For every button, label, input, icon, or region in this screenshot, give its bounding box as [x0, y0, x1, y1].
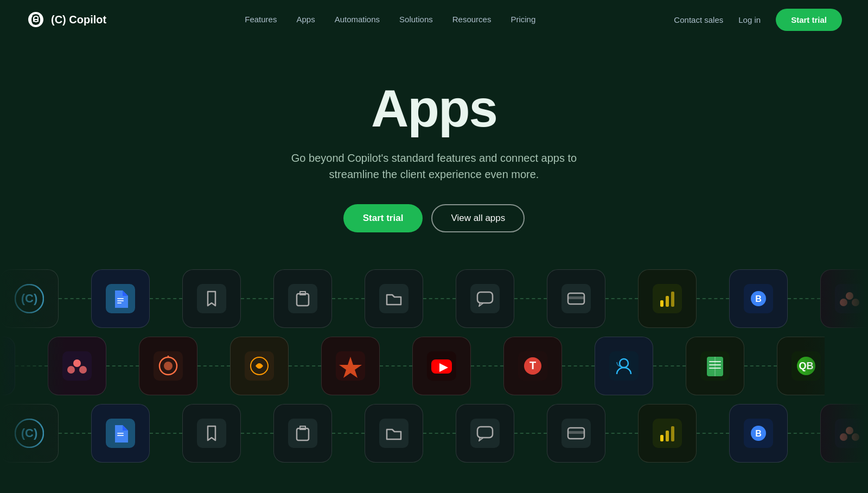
svg-point-68 — [79, 366, 87, 374]
app-icon-card[interactable] — [547, 269, 605, 328]
app-icon-r3-messages[interactable] — [456, 404, 514, 463]
svg-rect-19 — [666, 296, 669, 307]
app-row-1: (C) — [0, 265, 868, 332]
app-row-1-scroll: (C) — [0, 269, 868, 328]
app-row-2-scroll: B T — [0, 337, 825, 395]
svg-rect-127 — [117, 433, 124, 434]
svg-rect-8 — [197, 284, 226, 313]
nav-login[interactable]: Log in — [738, 15, 761, 24]
svg-text:(C): (C) — [21, 426, 38, 440]
svg-rect-128 — [117, 435, 124, 436]
svg-rect-133 — [470, 419, 500, 448]
svg-rect-81 — [609, 351, 639, 381]
svg-rect-139 — [660, 435, 663, 441]
svg-point-148 — [852, 433, 859, 441]
app-icon-folder[interactable] — [365, 269, 423, 328]
hero-title: Apps — [11, 83, 857, 135]
svg-point-147 — [840, 433, 847, 441]
svg-text:QB: QB — [799, 361, 814, 371]
svg-rect-132 — [379, 419, 409, 448]
app-icon-r3-folder[interactable] — [365, 404, 423, 463]
app-row-3: (C) — [0, 400, 868, 467]
app-icon-clipboard[interactable] — [273, 269, 332, 328]
view-all-apps-button[interactable]: View all apps — [431, 204, 525, 232]
svg-point-71 — [164, 362, 173, 370]
logo-link[interactable]: (C) (C) Copilot — [26, 10, 106, 29]
app-icon-r3-power-bi[interactable] — [638, 404, 697, 463]
svg-text:(C): (C) — [30, 15, 42, 24]
svg-rect-62 — [0, 351, 1, 381]
app-icon-messages[interactable] — [456, 269, 514, 328]
app-icon-r3-bookmarks[interactable] — [182, 404, 241, 463]
app-row-3-scroll: (C) — [0, 404, 868, 463]
svg-point-26 — [840, 299, 847, 306]
app-icon-google-docs[interactable] — [91, 269, 150, 328]
app-icon-r2-teamwork[interactable] — [595, 337, 653, 395]
svg-rect-141 — [671, 426, 674, 441]
nav-links: Features Apps Automations Solutions Reso… — [245, 15, 535, 24]
start-trial-button[interactable]: Start trial — [343, 204, 423, 232]
svg-text:T: T — [529, 359, 536, 371]
app-icon-r3-asana[interactable] — [820, 404, 868, 463]
nav-features[interactable]: Features — [245, 15, 277, 24]
app-icon-r2-baremetrics[interactable]: B — [0, 337, 15, 395]
app-icon-r3-baremetrics[interactable]: B — [729, 404, 788, 463]
hero-section: Apps Go beyond Copilot's standard featur… — [0, 39, 868, 265]
svg-rect-11 — [379, 284, 409, 313]
svg-point-27 — [852, 299, 859, 306]
app-icon-copilot[interactable]: (C) — [0, 269, 59, 328]
app-icon-r3-google-docs[interactable] — [91, 404, 150, 463]
nav-automations[interactable]: Automations — [335, 15, 380, 24]
app-icon-r2-claude[interactable] — [230, 337, 289, 395]
svg-rect-7 — [117, 302, 122, 304]
nav-solutions[interactable]: Solutions — [399, 15, 433, 24]
svg-rect-129 — [197, 419, 226, 448]
app-icon-r2-google-sheets[interactable] — [686, 337, 744, 395]
svg-rect-18 — [660, 300, 663, 307]
nav-contact-sales[interactable]: Contact sales — [674, 15, 723, 24]
svg-point-66 — [73, 359, 81, 367]
hero-subtitle: Go beyond Copilot's standard features an… — [271, 150, 597, 182]
app-icon-asana[interactable] — [820, 269, 868, 328]
app-row-2: B T — [0, 332, 825, 400]
svg-rect-5 — [117, 298, 124, 299]
nav-apps[interactable]: Apps — [296, 15, 315, 24]
app-icon-r2-taskheat[interactable] — [139, 337, 197, 395]
svg-rect-20 — [671, 292, 674, 307]
svg-text:B: B — [755, 294, 762, 304]
nav-resources[interactable]: Resources — [452, 15, 492, 24]
logo-text: (C) Copilot — [51, 14, 106, 26]
app-icon-r2-craft[interactable] — [321, 337, 380, 395]
app-icon-r2-youtube[interactable] — [412, 337, 471, 395]
app-icon-power-bi[interactable] — [638, 269, 697, 328]
svg-rect-140 — [666, 431, 669, 441]
svg-rect-9 — [288, 284, 317, 313]
svg-rect-137 — [568, 431, 584, 434]
svg-point-146 — [846, 427, 853, 434]
svg-rect-16 — [568, 296, 584, 299]
app-icon-r2-todoist[interactable]: T — [503, 337, 562, 395]
svg-text:B: B — [755, 429, 762, 438]
svg-rect-12 — [470, 284, 500, 313]
svg-rect-130 — [288, 419, 317, 448]
hero-buttons: Start trial View all apps — [11, 204, 857, 232]
app-icon-r2-quickbooks[interactable]: QB — [777, 337, 825, 395]
nav-right: Contact sales Log in Start trial — [674, 9, 842, 31]
logo-icon: (C) — [26, 10, 46, 29]
app-icon-bookmarks[interactable] — [182, 269, 241, 328]
navbar: (C) (C) Copilot Features Apps Automation… — [0, 0, 868, 39]
svg-point-67 — [67, 366, 75, 374]
nav-pricing[interactable]: Pricing — [510, 15, 535, 24]
app-icon-r2-asana[interactable] — [48, 337, 106, 395]
svg-point-25 — [846, 292, 853, 300]
svg-text:(C): (C) — [21, 292, 38, 305]
svg-rect-6 — [117, 300, 124, 301]
app-icon-r3-clipboard[interactable] — [273, 404, 332, 463]
app-icon-r3-card[interactable] — [547, 404, 605, 463]
app-icon-baremetrics[interactable]: B — [729, 269, 788, 328]
app-rows-section: (C) — [0, 265, 868, 478]
app-icon-r3-copilot[interactable]: (C) — [0, 404, 59, 463]
start-trial-nav-button[interactable]: Start trial — [776, 9, 842, 31]
